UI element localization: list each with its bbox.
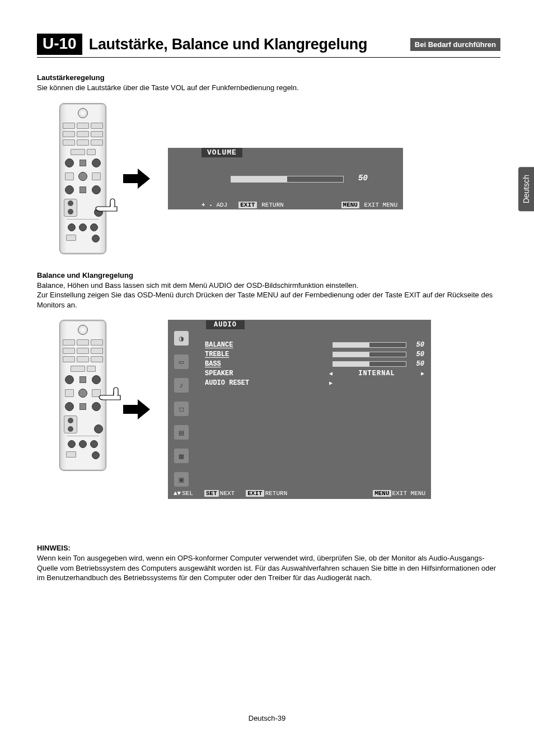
section-number-badge: U-10 — [37, 34, 82, 55]
balance-heading: Balance und Klangregelung — [37, 271, 500, 279]
pip-icon: ◻ — [174, 402, 189, 416]
balance-body-text: Balance, Höhen und Bass lassen sich mit … — [37, 281, 500, 310]
osd-balance-value: 50 — [410, 341, 424, 349]
pointing-hand-icon — [98, 384, 126, 407]
osd-audio-footer: ▲▼ SEL SET NEXT EXIT RETURN MENU EXIT ME… — [168, 490, 431, 497]
osd-volume-slider — [231, 176, 344, 183]
osd-bass-bar — [332, 361, 406, 367]
audio-graphic-row: AUDIO ◑ ▭ ♪ ◻ ▤ ▦ ▣ BALANCE 50 TREBLE — [59, 320, 500, 499]
osd-icon: ▤ — [174, 425, 189, 440]
osd-set-pill: SET — [204, 490, 219, 497]
screen-icon: ▭ — [174, 354, 189, 369]
osd-menu-pill: MENU — [341, 202, 359, 208]
osd-row-bass: BASS 50 — [205, 359, 424, 368]
osd-treble-bar — [332, 352, 406, 357]
multi-icon: ▦ — [174, 449, 189, 463]
osd-volume-panel: VOLUME 50 + - ADJ EXIT RETURN MENU EXIT … — [168, 148, 403, 209]
osd-volume-value: 50 — [358, 174, 368, 183]
osd-row-treble: TREBLE 50 — [205, 349, 424, 359]
osd-bass-label: BASS — [205, 360, 272, 368]
osd-treble-label: TREBLE — [205, 351, 272, 358]
osd-menu-pill: MENU — [373, 490, 391, 497]
pointing-hand-icon — [95, 195, 123, 218]
osd-volume-title: VOLUME — [202, 148, 242, 157]
osd-reset-label: AUDIO RESET — [205, 379, 272, 387]
volume-graphic-row: VOLUME 50 + - ADJ EXIT RETURN MENU EXIT … — [59, 103, 500, 254]
section-flag: Bei Bedarf durchführen — [410, 38, 500, 51]
caret-right-icon: ▶ — [329, 380, 332, 386]
osd-speaker-value: INTERNAL — [338, 370, 415, 377]
osd-adj-label: ADJ — [216, 202, 227, 208]
protect-icon: ▣ — [174, 472, 189, 487]
osd-speaker-label: SPEAKER — [205, 370, 272, 377]
osd-balance-label: BALANCE — [205, 341, 272, 349]
osd-exitmenu-label: EXIT MENU — [392, 490, 425, 497]
hint-heading: HINWEIS: — [37, 544, 500, 552]
osd-row-balance: BALANCE 50 — [205, 340, 424, 349]
osd-audio-iconcol: ◑ ▭ ♪ ◻ ▤ ▦ ▣ — [172, 331, 190, 487]
osd-bass-value: 50 — [410, 360, 424, 368]
volume-heading: Lautstärkeregelung — [37, 73, 500, 82]
section-title: Lautstärke, Balance und Klangregelung — [89, 36, 404, 53]
volume-body-text: Sie können die Lautstärke über die Taste… — [37, 83, 500, 93]
osd-row-speaker: SPEAKER ◀ INTERNAL ▶ — [205, 368, 424, 378]
osd-volume-footer: + - ADJ EXIT RETURN MENU EXIT MENU — [168, 202, 403, 208]
brightness-icon: ◑ — [174, 331, 189, 346]
section-header: U-10 Lautstärke, Balance und Klangregelu… — [37, 34, 500, 58]
arrow-icon — [123, 167, 151, 190]
osd-balance-bar — [332, 342, 406, 348]
osd-treble-value: 50 — [410, 351, 424, 358]
osd-audio-rows: BALANCE 50 TREBLE 50 BASS 50 SPEAKER — [205, 340, 424, 388]
audio-icon: ♪ — [174, 378, 189, 393]
osd-sel-prefix: ▲▼ — [174, 490, 181, 497]
osd-audio-title: AUDIO — [206, 320, 245, 329]
remote-illustration — [59, 103, 106, 254]
hint-body-text: Wenn kein Ton ausgegeben wird, wenn ein … — [37, 553, 500, 583]
osd-sel-label: SEL — [182, 490, 193, 497]
osd-return-label: RETURN — [265, 490, 288, 497]
osd-next-label: NEXT — [220, 490, 235, 497]
language-tab: Deutsch — [518, 167, 534, 211]
caret-right-icon: ▶ — [421, 370, 424, 377]
osd-row-reset: AUDIO RESET ▶ — [205, 378, 424, 388]
osd-exitmenu-label: EXIT MENU — [364, 202, 397, 208]
arrow-icon — [123, 398, 151, 421]
osd-exit-pill: EXIT — [246, 490, 264, 497]
osd-audio-panel: AUDIO ◑ ▭ ♪ ◻ ▤ ▦ ▣ BALANCE 50 TREBLE — [168, 320, 431, 499]
page-number: Deutsch-39 — [0, 714, 534, 722]
caret-left-icon: ◀ — [329, 370, 332, 377]
osd-exit-pill: EXIT — [238, 202, 256, 208]
remote-illustration — [59, 320, 106, 471]
osd-adj-prefix: + - — [202, 202, 213, 208]
osd-return-label: RETURN — [261, 202, 284, 208]
